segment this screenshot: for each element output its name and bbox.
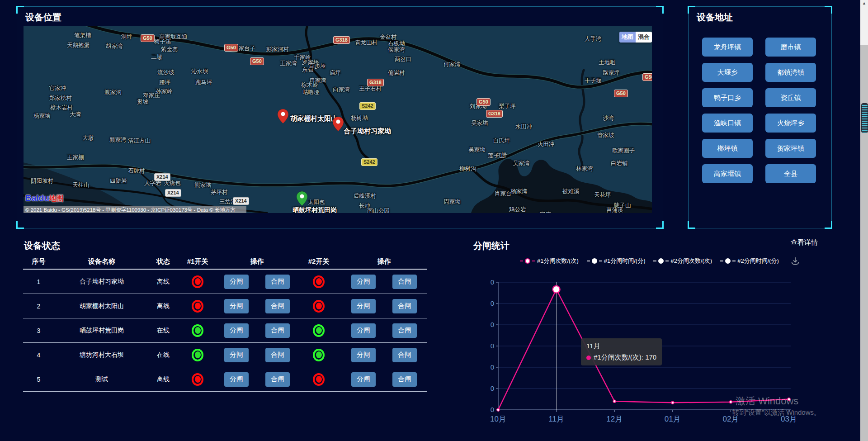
map-type-hybrid-button[interactable]: 混合 <box>636 32 652 43</box>
scrollbar-up-arrow-icon[interactable]: ▲ <box>860 0 868 6</box>
address-button[interactable]: 渔峡口镇 <box>702 114 753 133</box>
legend-item[interactable]: #2分闸时间/(分) <box>720 257 779 265</box>
address-button[interactable]: 火烧坪乡 <box>765 114 816 133</box>
legend-marker-line <box>653 261 656 261</box>
map-place-label: 腰坪 <box>159 79 170 86</box>
trip-open-button[interactable]: 分闸 <box>351 275 376 289</box>
x-axis-label: 12月 <box>606 415 623 423</box>
map-place-label: 庙坪 <box>330 69 341 77</box>
trip-close-button[interactable]: 合闸 <box>392 372 417 387</box>
map-type-map-button[interactable]: 地图 <box>619 32 636 43</box>
data-point[interactable] <box>729 401 732 403</box>
data-point[interactable] <box>613 400 616 403</box>
map-place-label: 莲子山 <box>488 152 505 160</box>
address-button[interactable]: 鸭子口乡 <box>702 88 753 107</box>
map-place-label: 官家冲 <box>49 85 66 92</box>
windows-activation-watermark-sub: 转到“设置”以激活 Windows。 <box>732 408 821 417</box>
status-indicator-green <box>192 324 203 337</box>
cell-ops2: 分闸合闸 <box>341 343 427 367</box>
table-header-cell: 状态 <box>149 254 177 269</box>
map-pin-red[interactable] <box>278 109 288 123</box>
trip-close-button[interactable]: 合闸 <box>392 323 417 338</box>
trip-open-button[interactable]: 分闸 <box>351 299 376 313</box>
trip-close-button[interactable]: 合闸 <box>392 348 417 362</box>
trip-close-button[interactable]: 合闸 <box>265 299 290 313</box>
device-location-title: 设备位置 <box>25 11 61 24</box>
legend-item[interactable]: #1分闸次数/(次) <box>520 257 579 265</box>
address-button[interactable]: 龙舟坪镇 <box>702 38 753 57</box>
x-axis-label: 11月 <box>548 415 564 423</box>
trip-close-button[interactable]: 合闸 <box>265 323 290 338</box>
address-button[interactable]: 都镇湾镇 <box>765 63 816 82</box>
trip-open-button[interactable]: 分闸 <box>351 348 376 362</box>
map-place-label: 贯坡 <box>137 98 148 106</box>
legend-item[interactable]: #2分闸次数/(次) <box>653 257 712 265</box>
address-button[interactable]: 磨市镇 <box>765 38 816 57</box>
trip-close-button[interactable]: 合闸 <box>265 348 290 362</box>
address-button[interactable]: 全县 <box>765 164 816 183</box>
map-place-label: 人手湾 <box>585 35 602 43</box>
baidu-map[interactable]: 笔架槽洞坪高家堰互通天鹅抱蛋胡家湾梅子溪紫金寨二墩流沙坡沁水坝腰坪跑马坪渡家沟邓… <box>24 26 652 213</box>
map-place-label: 郑家榜村 <box>49 95 72 102</box>
cell-no: 2 <box>23 294 54 318</box>
corner-decoration <box>656 221 664 229</box>
address-button[interactable]: 高家堰镇 <box>702 164 753 183</box>
scrollbar-top[interactable]: ▲ <box>860 0 868 45</box>
data-point-emphasis[interactable] <box>553 286 560 293</box>
trip-open-button[interactable]: 分闸 <box>224 372 249 387</box>
map-place-label: 孙家岭 <box>156 88 173 95</box>
map-pin-red[interactable] <box>333 117 344 131</box>
cell-ops1: 分闸合闸 <box>218 343 296 367</box>
data-point[interactable] <box>671 401 674 404</box>
map-place-label: 吴家湾 <box>513 160 530 167</box>
cell-ops1: 分闸合闸 <box>218 269 296 294</box>
status-indicator-green <box>192 349 203 361</box>
corner-decoration <box>16 221 24 229</box>
trip-close-button[interactable]: 合闸 <box>392 299 417 313</box>
cell-status: 在线 <box>149 318 177 343</box>
map-place-label: 紫金寨 <box>161 46 178 53</box>
trip-close-button[interactable]: 合闸 <box>392 275 417 289</box>
legend-label: #1分闸次数/(次) <box>537 257 579 265</box>
map-place-label: 颜家湾 <box>109 136 127 144</box>
road-shield: X214 <box>165 189 181 197</box>
download-icon[interactable] <box>790 256 800 268</box>
trip-open-button[interactable]: 分闸 <box>351 323 376 338</box>
trip-open-button[interactable]: 分闸 <box>224 323 249 338</box>
map-place-label: 柳树沟 <box>459 165 476 173</box>
legend-marker-dot <box>658 258 664 264</box>
tooltip-title: 11月 <box>586 342 656 351</box>
map-place-label: 胡家湾 <box>106 43 123 50</box>
map-place-label: 熊家垴 <box>194 181 212 189</box>
trip-open-button[interactable]: 分闸 <box>351 372 376 387</box>
legend-item[interactable]: #1分闸时间/(分) <box>587 257 646 265</box>
trip-close-button[interactable]: 合闸 <box>265 372 290 387</box>
road-shield: G318 <box>367 79 384 86</box>
corner-decoration <box>656 6 664 14</box>
status-indicator-core <box>316 278 322 285</box>
map-place-label: 肖家台 <box>495 190 512 198</box>
address-button[interactable]: 榔坪镇 <box>702 139 753 158</box>
data-point[interactable] <box>497 408 500 411</box>
map-place-label: 偏岩村 <box>388 69 405 77</box>
trip-open-button[interactable]: 分闸 <box>224 275 249 289</box>
view-details-link[interactable]: 查看详情 <box>791 238 818 247</box>
y-axis-label: 0 <box>491 406 494 413</box>
map-pin-label: 胡家棚村太阳山 <box>290 114 338 123</box>
map-place-label: 大墩 <box>82 134 94 142</box>
status-indicator-red <box>313 300 325 313</box>
trip-close-button[interactable]: 合闸 <box>265 275 290 289</box>
trip-open-button[interactable]: 分闸 <box>224 348 249 362</box>
status-indicator-green <box>313 349 325 361</box>
trip-open-button[interactable]: 分闸 <box>224 299 249 313</box>
address-button[interactable]: 大堰乡 <box>702 63 753 82</box>
scrollbar-thumb[interactable] <box>861 103 868 133</box>
address-button[interactable]: 贺家坪镇 <box>765 139 816 158</box>
map-attribution: © 2021 Baidu - GS(2019)5218号 - 甲测资字11009… <box>24 206 246 213</box>
map-pin-green[interactable] <box>297 191 307 206</box>
table-row: 2胡家棚村太阳山离线分闸合闸分闸合闸 <box>23 294 427 318</box>
windows-activation-watermark: 激活 Windows <box>736 394 798 408</box>
map-place-label: 梅子溪 <box>154 38 171 46</box>
corner-decoration <box>825 6 832 14</box>
address-button[interactable]: 资丘镇 <box>765 88 816 107</box>
